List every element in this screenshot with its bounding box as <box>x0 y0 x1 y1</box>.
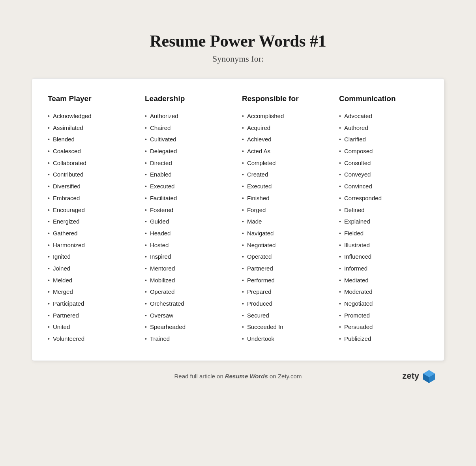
list-item: Advocated <box>339 110 428 122</box>
list-item: Consulted <box>339 157 428 169</box>
list-item: Volunteered <box>48 333 137 345</box>
list-item: Composed <box>339 145 428 157</box>
list-item: Enabled <box>145 169 234 180</box>
list-item: Executed <box>242 180 331 192</box>
list-item: Influenced <box>339 251 428 263</box>
column-header-team-player: Team Player <box>48 94 137 103</box>
list-item: Conveyed <box>339 169 428 180</box>
list-item: Completed <box>242 157 331 169</box>
list-item: Directed <box>145 157 234 169</box>
list-item: Moderated <box>339 286 428 298</box>
list-item: Executed <box>145 180 234 192</box>
zety-brand-name: zety <box>402 371 419 381</box>
list-item: Mediated <box>339 274 428 286</box>
list-item: Joined <box>48 263 137 274</box>
column-responsible-for: Responsible forAccomplishedAcquiredAchie… <box>242 94 331 345</box>
list-item: Oversaw <box>145 310 234 321</box>
list-item: Diversified <box>48 180 137 192</box>
list-item: Convinced <box>339 180 428 192</box>
column-communication: CommunicationAdvocatedAuthoredClarifiedC… <box>339 94 428 345</box>
word-list-communication: AdvocatedAuthoredClarifiedComposedConsul… <box>339 110 428 345</box>
list-item: Achieved <box>242 133 331 145</box>
list-item: Undertook <box>242 333 331 345</box>
footer: Read full article on Resume Words on Zet… <box>32 373 444 380</box>
list-item: Gathered <box>48 227 137 239</box>
list-item: Headed <box>145 227 234 239</box>
list-item: Clarified <box>339 133 428 145</box>
list-item: Made <box>242 216 331 227</box>
list-item: Prepared <box>242 286 331 298</box>
column-header-leadership: Leadership <box>145 94 234 103</box>
list-item: Forged <box>242 204 331 216</box>
list-item: Corresponded <box>339 192 428 204</box>
list-item: Partnered <box>48 310 137 321</box>
list-item: Succeeded In <box>242 321 331 333</box>
list-item: Coalesced <box>48 145 137 157</box>
list-item: Navigated <box>242 227 331 239</box>
list-item: Informed <box>339 263 428 274</box>
list-item: Fostered <box>145 204 234 216</box>
column-header-communication: Communication <box>339 94 428 103</box>
list-item: Contributed <box>48 169 137 180</box>
word-list-team-player: AcknowledgedAssimilatedBlendedCoalescedC… <box>48 110 137 345</box>
column-team-player: Team PlayerAcknowledgedAssimilatedBlende… <box>48 94 137 345</box>
list-item: Authorized <box>145 110 234 122</box>
list-item: Merged <box>48 286 137 298</box>
column-leadership: LeadershipAuthorizedChairedCultivatedDel… <box>145 94 234 345</box>
list-item: Collaborated <box>48 157 137 169</box>
list-item: Hosted <box>145 239 234 251</box>
list-item: Acted As <box>242 145 331 157</box>
page-title: Resume Power Words #1 <box>150 32 326 51</box>
list-item: Spearheaded <box>145 321 234 333</box>
list-item: Explained <box>339 216 428 227</box>
page-wrapper: Resume Power Words #1 Synonyms for: Team… <box>8 8 468 466</box>
column-header-responsible-for: Responsible for <box>242 94 331 103</box>
list-item: Finished <box>242 192 331 204</box>
list-item: Energized <box>48 216 137 227</box>
list-item: Negotiated <box>242 239 331 251</box>
list-item: Encouraged <box>48 204 137 216</box>
content-card: Team PlayerAcknowledgedAssimilatedBlende… <box>32 78 444 361</box>
list-item: Ignited <box>48 251 137 263</box>
list-item: Operated <box>145 286 234 298</box>
list-item: Inspired <box>145 251 234 263</box>
list-item: Cultivated <box>145 133 234 145</box>
list-item: Mentored <box>145 263 234 274</box>
list-item: Acknowledged <box>48 110 137 122</box>
list-item: Promoted <box>339 310 428 321</box>
list-item: United <box>48 321 137 333</box>
list-item: Acquired <box>242 122 331 134</box>
list-item: Publicized <box>339 333 428 345</box>
list-item: Trained <box>145 333 234 345</box>
list-item: Secured <box>242 310 331 321</box>
list-item: Blended <box>48 133 137 145</box>
list-item: Guided <box>145 216 234 227</box>
list-item: Persuaded <box>339 321 428 333</box>
list-item: Defined <box>339 204 428 216</box>
list-item: Illustrated <box>339 239 428 251</box>
list-item: Negotiated <box>339 298 428 310</box>
list-item: Orchestrated <box>145 298 234 310</box>
list-item: Performed <box>242 274 331 286</box>
list-item: Mobilized <box>145 274 234 286</box>
page-subtitle: Synonyms for: <box>212 54 264 64</box>
list-item: Facilitated <box>145 192 234 204</box>
footer-text: Read full article on Resume Words on Zet… <box>174 373 302 380</box>
list-item: Embraced <box>48 192 137 204</box>
list-item: Delegated <box>145 145 234 157</box>
word-list-leadership: AuthorizedChairedCultivatedDelegatedDire… <box>145 110 234 345</box>
word-list-responsible-for: AccomplishedAcquiredAchievedActed AsComp… <box>242 110 331 345</box>
list-item: Chaired <box>145 122 234 134</box>
list-item: Partnered <box>242 263 331 274</box>
list-item: Assimilated <box>48 122 137 134</box>
list-item: Created <box>242 169 331 180</box>
zety-cube-icon <box>422 368 437 383</box>
list-item: Produced <box>242 298 331 310</box>
columns-grid: Team PlayerAcknowledgedAssimilatedBlende… <box>48 94 428 345</box>
list-item: Authored <box>339 122 428 134</box>
zety-logo: zety <box>402 368 437 383</box>
list-item: Participated <box>48 298 137 310</box>
list-item: Accomplished <box>242 110 331 122</box>
list-item: Fielded <box>339 227 428 239</box>
list-item: Melded <box>48 274 137 286</box>
